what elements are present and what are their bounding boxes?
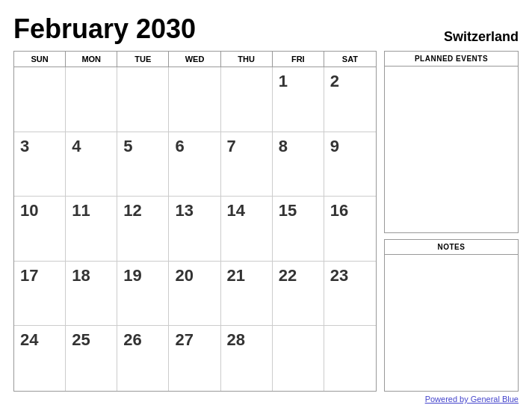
day-header-wed: WED [169, 52, 220, 67]
calendar-day-25[interactable]: 25 [66, 326, 117, 391]
calendar-day-1[interactable]: 1 [273, 67, 324, 132]
calendar-empty [324, 326, 376, 391]
calendar-day-20[interactable]: 20 [169, 262, 220, 327]
day-header-sun: SUN [14, 52, 66, 67]
calendar-day-11[interactable]: 11 [66, 197, 117, 262]
calendar-day-28[interactable]: 28 [221, 326, 273, 391]
calendar-day-19[interactable]: 19 [117, 262, 169, 327]
day-header-mon: MON [66, 52, 117, 67]
calendar-day-4[interactable]: 4 [66, 132, 117, 197]
calendar-day-21[interactable]: 21 [221, 262, 273, 327]
header: February 2030 Switzerland [13, 13, 519, 45]
powered-by-link[interactable]: Powered by General Blue [425, 395, 519, 404]
country-title: Switzerland [444, 29, 519, 45]
calendar-day-26[interactable]: 26 [117, 326, 169, 391]
planned-events-title: PLANNED EVENTS [385, 52, 518, 67]
calendar-day-6[interactable]: 6 [169, 132, 220, 197]
calendar-day-9[interactable]: 9 [324, 132, 376, 197]
planned-events-box: PLANNED EVENTS [384, 51, 519, 233]
calendar-section: SUNMONTUEWEDTHUFRISAT 123456789101112131… [13, 51, 377, 392]
calendar-day-3[interactable]: 3 [14, 132, 66, 197]
calendar-day-12[interactable]: 12 [117, 197, 169, 262]
day-header-sat: SAT [324, 52, 376, 67]
notes-content [385, 255, 518, 391]
notes-box: NOTES [384, 239, 519, 392]
calendar-empty [117, 67, 169, 132]
calendar-page: February 2030 Switzerland SUNMONTUEWEDTH… [0, 0, 532, 411]
planned-events-content [385, 67, 518, 232]
calendar-day-27[interactable]: 27 [169, 326, 220, 391]
calendar-empty [66, 67, 117, 132]
calendar-day-13[interactable]: 13 [169, 197, 220, 262]
day-header-thu: THU [221, 52, 273, 67]
calendar-empty [14, 67, 66, 132]
notes-title: NOTES [385, 240, 518, 255]
day-header-fri: FRI [273, 52, 324, 67]
calendar-day-24[interactable]: 24 [14, 326, 66, 391]
calendar-day-2[interactable]: 2 [324, 67, 376, 132]
calendar-day-15[interactable]: 15 [273, 197, 324, 262]
calendar-empty [169, 67, 220, 132]
day-headers: SUNMONTUEWEDTHUFRISAT [14, 52, 376, 67]
calendar-day-5[interactable]: 5 [117, 132, 169, 197]
month-title: February 2030 [13, 13, 196, 45]
calendar-grid: 1234567891011121314151617181920212223242… [14, 67, 376, 391]
sidebar: PLANNED EVENTS NOTES [384, 51, 519, 392]
calendar-empty [273, 326, 324, 391]
day-header-tue: TUE [117, 52, 169, 67]
footer: Powered by General Blue [13, 392, 519, 404]
calendar-day-10[interactable]: 10 [14, 197, 66, 262]
calendar-day-7[interactable]: 7 [221, 132, 273, 197]
calendar-empty [221, 67, 273, 132]
calendar-day-8[interactable]: 8 [273, 132, 324, 197]
main-content: SUNMONTUEWEDTHUFRISAT 123456789101112131… [13, 51, 519, 392]
calendar-day-16[interactable]: 16 [324, 197, 376, 262]
calendar-day-23[interactable]: 23 [324, 262, 376, 327]
calendar-day-22[interactable]: 22 [273, 262, 324, 327]
calendar-day-17[interactable]: 17 [14, 262, 66, 327]
calendar-day-18[interactable]: 18 [66, 262, 117, 327]
calendar-day-14[interactable]: 14 [221, 197, 273, 262]
